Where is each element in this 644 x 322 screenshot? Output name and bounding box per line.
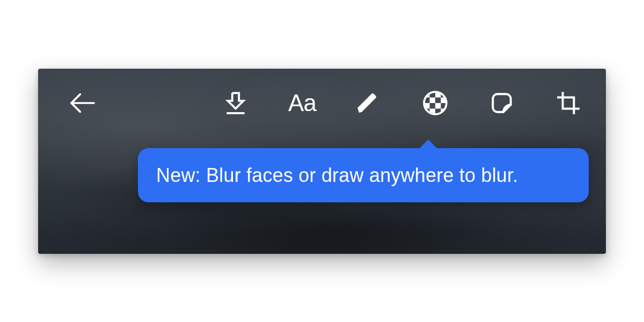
tooltip-text: New: Blur faces or draw anywhere to blur… <box>156 164 518 186</box>
editor-card: Aa <box>38 69 606 254</box>
text-icon: Aa <box>288 91 316 115</box>
download-button[interactable] <box>221 88 251 118</box>
svg-rect-9 <box>435 103 441 108</box>
screenshot-stage: Aa <box>0 0 644 322</box>
back-button[interactable] <box>68 88 98 118</box>
sticker-button[interactable] <box>487 88 517 118</box>
crop-icon <box>555 90 582 116</box>
tool-row: Aa <box>127 88 606 118</box>
draw-button[interactable] <box>354 88 384 118</box>
back-slot <box>38 88 127 118</box>
blur-tooltip: New: Blur faces or draw anywhere to blur… <box>138 148 589 202</box>
blur-button[interactable] <box>420 88 450 118</box>
sticker-icon <box>488 90 515 116</box>
svg-rect-6 <box>430 97 435 103</box>
blur-icon <box>422 90 449 116</box>
pen-icon <box>356 90 382 116</box>
back-arrow-icon <box>68 88 98 118</box>
download-icon <box>222 90 249 116</box>
text-button[interactable]: Aa <box>287 88 317 118</box>
editor-toolbar: Aa <box>38 82 606 125</box>
crop-button[interactable] <box>553 88 583 118</box>
